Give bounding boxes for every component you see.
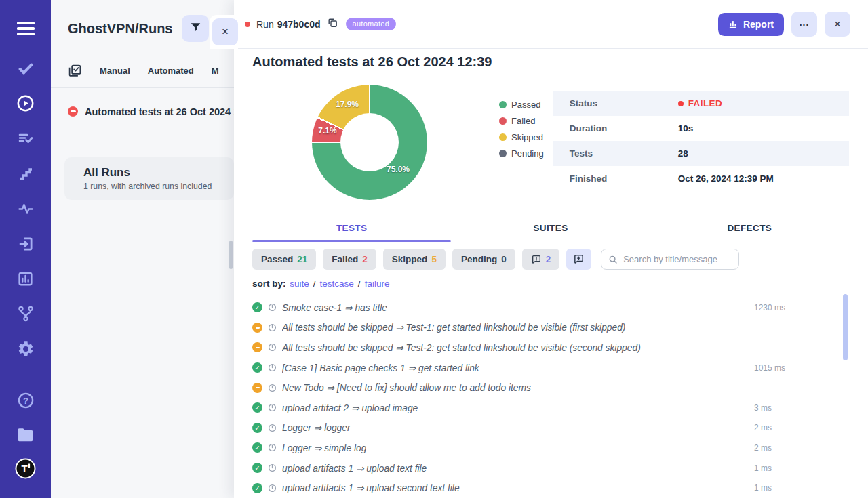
sort-by-testcase[interactable]: testcase [320, 278, 354, 289]
runs-tab-bar: Manual Automated M [51, 54, 234, 88]
test-row[interactable]: upload artifact 2 ⇒ upload image 3 ms [252, 398, 849, 418]
filter-passed[interactable]: Passed21 [252, 249, 316, 270]
scrollbar-thumb[interactable] [229, 241, 233, 269]
copy-button[interactable] [327, 17, 338, 31]
tab-automated[interactable]: Automated [148, 66, 194, 76]
menu-icon[interactable] [0, 21, 51, 36]
app-logo[interactable]: T [0, 458, 51, 479]
test-duration: 1015 ms [754, 363, 849, 373]
breadcrumb: GhostVPN / Runs [51, 0, 234, 54]
sort-by-suite[interactable]: suite [290, 278, 309, 289]
legend-label: Failed [511, 116, 535, 126]
check-icon[interactable] [0, 60, 51, 77]
filter-count: 5 [431, 254, 437, 264]
test-title[interactable]: Smoke case-1 ⇒ has title [282, 302, 387, 313]
breadcrumb-section[interactable]: Runs [138, 21, 172, 37]
summary-value: Oct 26, 2024 12:39 PM [678, 173, 774, 184]
test-row[interactable]: All tests should be skipped ⇒ Test-1: ge… [252, 318, 849, 338]
test-status-icon [252, 323, 262, 333]
status-dot-icon [678, 101, 684, 106]
test-title[interactable]: Logger ⇒ logger [282, 422, 351, 433]
comment-exclamation-icon [531, 254, 542, 265]
summary-value: 10s [678, 123, 694, 133]
svg-text:?: ? [23, 396, 28, 406]
folder-icon[interactable] [0, 427, 51, 443]
legend-dot [499, 117, 507, 125]
slice-label-failed: 7.1% [318, 126, 336, 136]
filter-label: Passed [261, 254, 293, 264]
status-badge: FAILED [678, 98, 722, 108]
legend-item-failed[interactable]: Failed [499, 116, 544, 126]
legend-item-pending[interactable]: Pending [499, 148, 544, 159]
test-row[interactable]: New Todo ⇒ [Need to fix] should allow me… [252, 377, 849, 398]
run-overview: 75.0% 7.1% 17.9% Passed Failed Skipped P… [252, 79, 849, 200]
test-title[interactable]: upload artifacts 1 ⇒ upload text file [282, 463, 427, 474]
test-row[interactable]: [Case 1] Basic page checks 1 ⇒ get start… [252, 358, 849, 378]
sign-in-icon[interactable] [0, 235, 51, 253]
more-button[interactable]: ... [791, 12, 817, 37]
history-icon [268, 463, 277, 472]
test-row[interactable]: All tests should be skipped ⇒ Test-2: ge… [252, 337, 849, 358]
filter-button[interactable] [182, 15, 209, 42]
report-button[interactable]: Report [718, 13, 784, 36]
filter-skipped[interactable]: Skipped5 [383, 249, 446, 270]
test-title[interactable]: Logger ⇒ simple log [282, 442, 366, 453]
panel-close-button[interactable]: × [212, 18, 238, 45]
filter-failed[interactable]: Failed2 [323, 249, 376, 270]
help-circle-icon[interactable]: ? [0, 392, 51, 409]
runs-list-panel: GhostVPN / Runs Manual Automated M Autom… [51, 0, 234, 498]
tab-defects[interactable]: DEFECTS [650, 223, 849, 242]
search-icon [608, 255, 618, 264]
test-status-icon [252, 442, 262, 453]
failed-status-icon [68, 106, 78, 117]
run-status-dot [245, 22, 250, 27]
test-row[interactable]: Logger ⇒ logger 2 ms [252, 418, 849, 438]
checkbox-multiple-icon[interactable] [68, 64, 82, 78]
run-list-item[interactable]: Automated tests at 26 Oct 2024 12:39 [51, 88, 234, 122]
summary-row-tests: Tests 28 [553, 141, 849, 166]
test-title[interactable]: All tests should be skipped ⇒ Test-2: ge… [282, 342, 641, 353]
git-branch-icon[interactable] [0, 305, 51, 323]
legend-item-passed[interactable]: Passed [499, 100, 544, 110]
all-runs-card[interactable]: All Runs 1 runs, with archived runs incl… [64, 157, 234, 200]
test-status-icon [252, 402, 262, 413]
tab-manual[interactable]: Manual [100, 66, 130, 76]
comments-filter[interactable]: 2 [522, 249, 560, 270]
filter-count: 0 [501, 254, 507, 264]
tab-suites[interactable]: SUITES [451, 223, 650, 242]
history-icon [268, 403, 277, 412]
sort-by-failure[interactable]: failure [365, 278, 390, 289]
test-row[interactable]: upload artifacts 1 ⇒ upload text file 1 … [252, 458, 849, 478]
activity-icon[interactable] [0, 201, 51, 217]
legend-label: Pending [511, 148, 544, 159]
legend-item-skipped[interactable]: Skipped [499, 132, 544, 142]
run-header: Run 947b0c0d automated Report ... × [234, 0, 868, 49]
close-button[interactable]: × [825, 12, 850, 37]
test-row[interactable]: upload artifacts 1 ⇒ upload second text … [252, 478, 849, 498]
test-row[interactable]: Smoke case-1 ⇒ has title 1230 ms [252, 297, 849, 318]
test-title[interactable]: [Case 1] Basic page checks 1 ⇒ get start… [282, 362, 479, 373]
add-comment-button[interactable] [566, 249, 591, 270]
scrollbar-thumb[interactable] [843, 294, 848, 360]
test-title[interactable]: All tests should be skipped ⇒ Test-1: ge… [282, 322, 625, 333]
tab-truncated[interactable]: M [212, 66, 219, 76]
test-title[interactable]: upload artifacts 1 ⇒ upload second text … [282, 482, 460, 493]
tab-tests[interactable]: TESTS [252, 223, 451, 242]
play-circle-icon[interactable] [0, 94, 51, 112]
legend-dot [499, 101, 507, 108]
test-title[interactable]: New Todo ⇒ [Need to fix] should allow me… [282, 382, 531, 393]
search-input[interactable] [623, 254, 732, 264]
filter-pending[interactable]: Pending0 [452, 249, 515, 270]
stairs-icon[interactable] [0, 165, 51, 182]
bar-chart-box-icon[interactable] [0, 270, 51, 287]
breadcrumb-project[interactable]: GhostVPN [68, 21, 135, 37]
list-check-icon[interactable] [0, 130, 51, 146]
copy-icon [327, 17, 338, 31]
summary-row-finished: Finished Oct 26, 2024 12:39 PM [553, 166, 849, 191]
results-donut: 75.0% 7.1% 17.9% [312, 85, 427, 200]
settings-gear-icon[interactable] [0, 340, 51, 358]
test-title[interactable]: upload artifact 2 ⇒ upload image [282, 402, 418, 413]
close-icon: × [222, 25, 229, 39]
summary-table: Status FAILED Duration 10s Tests 28 Fini… [553, 91, 849, 191]
test-row[interactable]: Logger ⇒ simple log 2 ms [252, 438, 849, 458]
